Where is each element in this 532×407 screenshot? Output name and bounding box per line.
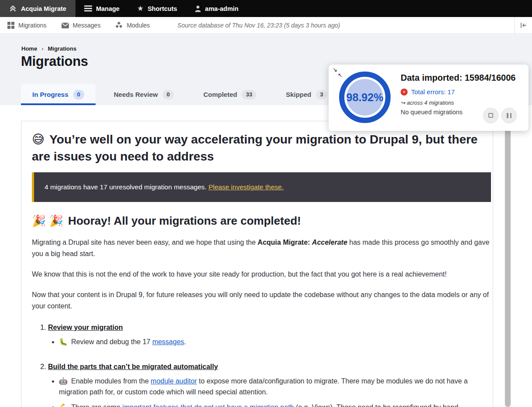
scrollbar-thumb[interactable] — [505, 109, 511, 407]
substep-text: Review and debug the 17 — [71, 338, 152, 345]
tab-skipped-count: 3 — [316, 90, 327, 99]
breadcrumb-separator: › — [41, 45, 43, 52]
investigate-messages-link[interactable]: Please investigate these. — [209, 183, 284, 191]
hamburger-icon — [84, 5, 92, 12]
stop-icon — [488, 113, 493, 118]
step-build-parts: Build the parts that can’t be migrated a… — [48, 363, 491, 407]
error-cross-icon: ✕ — [401, 89, 408, 96]
flexed-biceps-emoji: 💪 — [59, 404, 68, 407]
widget-controls — [483, 108, 517, 123]
p1-brand-bold: Acquia Migrate: — [257, 239, 312, 246]
tab-in-progress-count: 0 — [73, 90, 84, 99]
errors-detail-text: across 4 migrations — [407, 100, 454, 106]
page-title: Migrations — [21, 54, 88, 69]
substep-text-end: . — [184, 338, 186, 345]
errors-detail: ↪ across 4 migrations — [401, 99, 454, 106]
progress-percent: 98.92% — [347, 91, 384, 104]
tab-skipped-label: Skipped — [286, 91, 311, 98]
grid-icon — [7, 22, 14, 29]
alert-text: 4 migrations have 17 unresolved migratio… — [45, 183, 209, 191]
toolbar-item-messages[interactable]: Messages — [54, 22, 108, 29]
shortcuts-label: Shortcuts — [148, 5, 177, 12]
p1-pre: Migrating a Drupal site has never been e… — [32, 239, 257, 246]
bug-emoji: 🐛 — [59, 338, 68, 345]
content-scrollbar[interactable] — [504, 105, 511, 407]
pause-icon — [507, 113, 511, 118]
secondary-toolbar: Migrations Messages Modules Source datab… — [0, 17, 532, 34]
pause-button[interactable] — [501, 108, 517, 123]
step-review-migration-link[interactable]: Review your migration — [48, 324, 123, 331]
tab-completed[interactable]: Completed 33 — [192, 84, 268, 105]
step-build-substeps: 🤖Enable modules from the module auditor … — [48, 376, 491, 407]
substep-debug-messages: 🐛Review and debug the 17 messages. — [59, 336, 491, 347]
admin-brand-acquia-migrate[interactable]: Acquia Migrate — [0, 0, 76, 17]
progress-ring: 98.92% — [339, 72, 391, 123]
hooray-heading-text: Hooray! All your migrations are complete… — [68, 214, 301, 227]
admin-item-shortcuts[interactable]: ★ Shortcuts — [128, 0, 186, 17]
tab-strip: In Progress 0 Needs Review 0 Completed 3… — [21, 84, 338, 105]
migration-overview-card: 😅You’re well on your way accelerating yo… — [21, 121, 493, 407]
paragraph-achievement: We know that this is not the end of the … — [32, 269, 491, 280]
admin-item-manage[interactable]: Manage — [76, 0, 128, 17]
substep-text: There are some — [71, 404, 122, 407]
messages-label: Messages — [73, 22, 101, 29]
p1-brand-italic: Accelerate — [312, 239, 347, 246]
tab-needs-review-count: 0 — [163, 90, 174, 99]
migration-progress-widget: ↘ ↖ 98.92% Data imported: 15984/16006 ✕ … — [329, 65, 529, 131]
tab-completed-count: 33 — [242, 90, 256, 99]
modules-cluster-icon — [115, 22, 123, 29]
modules-label: Modules — [127, 22, 150, 29]
resize-nw-icon[interactable]: ↖ — [338, 72, 343, 78]
sweat-smile-emoji: 😅 — [32, 133, 45, 146]
migrations-label: Migrations — [18, 22, 47, 29]
source-database-note: Source database of Thu Nov 16, 23:23 (5 … — [177, 22, 340, 29]
arrow-to-bar-icon — [520, 22, 527, 28]
tab-in-progress-label: In Progress — [32, 91, 69, 98]
breadcrumb: Home › Migrations — [21, 45, 76, 52]
hooray-heading: 🎉 🎉Hooray! All your migrations are compl… — [32, 214, 491, 228]
hook-arrow-icon: ↪ — [401, 100, 405, 106]
tab-in-progress[interactable]: In Progress 0 — [21, 84, 96, 105]
data-imported-title: Data imported: 15984/16006 — [401, 73, 515, 83]
substep-text-end: (e.g. Views). Those need to be reconfigu… — [294, 404, 460, 407]
envelope-icon — [62, 23, 69, 28]
toolbar-item-modules[interactable]: Modules — [108, 22, 157, 29]
messages-link[interactable]: messages — [152, 338, 184, 345]
intro-heading-text: You’re well on your way accelerating you… — [32, 133, 477, 163]
resize-se-icon[interactable]: ↘ — [333, 67, 337, 72]
brand-label: Acquia Migrate — [21, 5, 66, 12]
substep-missing-migration-path: 💪There are some important features that … — [59, 402, 491, 407]
manage-label: Manage — [96, 5, 120, 12]
substep-module-auditor: 🤖Enable modules from the module auditor … — [59, 376, 491, 398]
robot-emoji: 🤖 — [59, 377, 68, 385]
party-popper-emoji: 🎉 🎉 — [32, 214, 63, 227]
step-review-substeps: 🐛Review and debug the 17 messages. — [48, 336, 491, 347]
total-errors-link[interactable]: Total errors: 17 — [411, 88, 455, 96]
step-build-parts-link[interactable]: Build the parts that can’t be migrated a… — [48, 363, 218, 370]
paragraph-future: Now that your content is in Drupal 9, fo… — [32, 289, 491, 312]
paragraph-intro: Migrating a Drupal site has never been e… — [32, 237, 491, 260]
step-review-migration: Review your migration 🐛Review and debug … — [48, 324, 491, 347]
user-icon — [195, 5, 201, 12]
tab-needs-review[interactable]: Needs Review 0 — [103, 84, 185, 105]
breadcrumb-current: Migrations — [48, 45, 76, 52]
queue-status: No queued migrations — [401, 109, 463, 116]
tab-needs-review-label: Needs Review — [114, 91, 158, 98]
substep-text: Enable modules from the — [71, 377, 151, 385]
tab-completed-label: Completed — [203, 91, 237, 98]
double-chevron-up-icon — [9, 5, 17, 12]
admin-item-user[interactable]: ama-admin — [186, 0, 247, 17]
important-features-link[interactable]: important features that do not yet have … — [122, 404, 294, 407]
stop-button[interactable] — [483, 108, 498, 123]
username-label: ama-admin — [205, 5, 239, 12]
unresolved-messages-alert: 4 migrations have 17 unresolved migratio… — [32, 172, 491, 202]
next-steps-list: Review your migration 🐛Review and debug … — [32, 324, 491, 407]
star-icon: ★ — [137, 5, 144, 12]
toolbar-orientation-toggle[interactable] — [515, 17, 532, 34]
toolbar-item-migrations[interactable]: Migrations — [0, 22, 54, 29]
intro-heading: 😅You’re well on your way accelerating yo… — [32, 131, 491, 165]
total-errors-row: ✕ Total errors: 17 — [401, 88, 455, 96]
admin-toolbar: Acquia Migrate Manage ★ Shortcuts ama-ad… — [0, 0, 532, 17]
breadcrumb-home-link[interactable]: Home — [21, 45, 37, 52]
module-auditor-link[interactable]: module auditor — [151, 377, 197, 385]
